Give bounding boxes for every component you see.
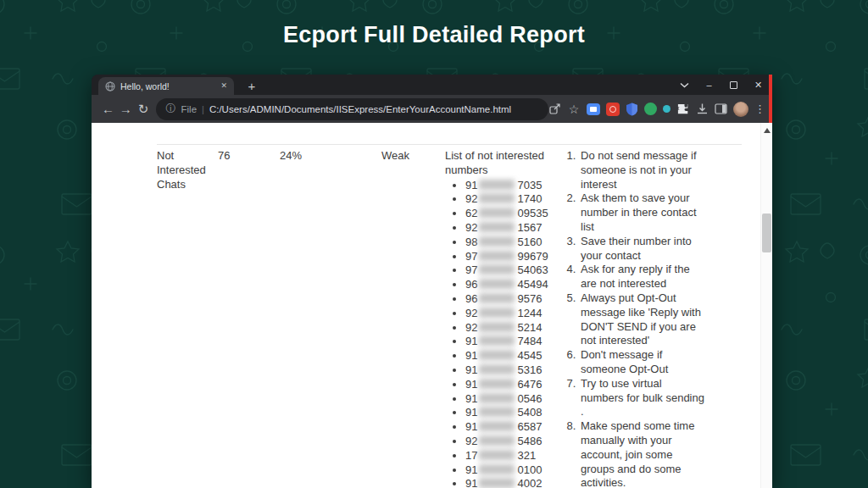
- suggestions-list: Do not send message if someone is not in…: [565, 149, 705, 488]
- phone-prefix: 97: [465, 250, 477, 263]
- bookmark-star-icon[interactable]: ☆: [567, 103, 581, 115]
- phone-suffix: 0546: [517, 392, 542, 405]
- phone-number-item: 921244: [465, 307, 555, 321]
- redacted-digits: [479, 322, 515, 332]
- redacted-digits: [479, 421, 515, 431]
- phone-number-item: 916476: [465, 378, 555, 392]
- extension-red-glyph: [609, 106, 616, 113]
- phone-suffix: 5214: [517, 321, 542, 334]
- phone-number-item: 9645494: [465, 278, 555, 292]
- globe-icon: [105, 81, 115, 92]
- forward-icon[interactable]: →: [117, 103, 135, 115]
- redacted-digits: [479, 208, 515, 218]
- suggestions-cell: Do not send message if someone is not in…: [565, 149, 705, 488]
- phone-prefix: 98: [465, 236, 477, 248]
- phone-number-item: 910100: [465, 463, 555, 478]
- extension-red-icon[interactable]: [606, 103, 620, 116]
- phone-suffix: 5160: [517, 236, 542, 248]
- phone-number-item: 925214: [465, 321, 555, 336]
- phone-suffix: 45494: [517, 278, 548, 291]
- chevron-down-icon[interactable]: [672, 75, 697, 95]
- profile-avatar[interactable]: [733, 102, 748, 117]
- page-scrollbar[interactable]: [760, 123, 772, 488]
- tab-close-icon[interactable]: ✕: [220, 82, 227, 90]
- phone-suffix: 6476: [517, 378, 542, 391]
- redacted-digits: [479, 236, 515, 247]
- phone-number-item: 925486: [465, 435, 555, 449]
- phone-prefix: 91: [465, 378, 477, 391]
- phone-prefix: 17: [465, 449, 477, 462]
- table-row-divider: [157, 144, 742, 145]
- phone-suffix: 0100: [517, 463, 542, 476]
- phone-suffix: 99679: [517, 250, 548, 263]
- scrollbar-up-icon[interactable]: [764, 128, 771, 133]
- redacted-digits: [479, 464, 515, 474]
- redacted-digits: [479, 336, 515, 346]
- phone-suffix: 9576: [517, 292, 542, 305]
- phone-suffix: 4545: [517, 349, 542, 362]
- back-icon[interactable]: ←: [99, 103, 117, 115]
- phone-prefix: 91: [465, 406, 477, 419]
- extension-blue-glyph: [590, 107, 597, 112]
- extensions-puzzle-icon[interactable]: [676, 103, 690, 116]
- window-controls: – ✕: [672, 75, 771, 95]
- phone-number-item: 921567: [465, 221, 555, 236]
- tab-strip: Hello, world! ✕ + – ✕: [92, 75, 772, 95]
- redacted-digits: [479, 450, 515, 460]
- browser-window: Hello, world! ✕ + – ✕ ← → ↻ ⓘ File |: [92, 75, 772, 488]
- page-title: Ecport Full Detailed Report: [0, 22, 868, 48]
- suggestion-item: Ask them to save your number in there co…: [579, 191, 705, 234]
- address-scheme-label: File: [181, 104, 198, 114]
- phone-number-item: 914545: [465, 349, 555, 363]
- downloads-icon[interactable]: [696, 103, 709, 115]
- phone-number-item: 985160: [465, 236, 555, 250]
- phone-prefix: 91: [465, 463, 477, 476]
- numbers-list-title: List of not interested numbers: [445, 149, 555, 178]
- browser-menu-icon[interactable]: ⋮: [754, 103, 765, 115]
- side-panel-icon[interactable]: [715, 103, 727, 114]
- browser-tab[interactable]: Hello, world! ✕: [98, 77, 234, 95]
- redacted-digits: [479, 435, 515, 446]
- phone-prefix: 62: [465, 207, 477, 219]
- extension-shield-icon[interactable]: [626, 103, 638, 116]
- phone-suffix: 5486: [517, 435, 542, 447]
- close-window-button[interactable]: ✕: [746, 75, 771, 95]
- reload-icon[interactable]: ↻: [135, 103, 153, 115]
- new-tab-button[interactable]: +: [242, 77, 261, 95]
- redacted-digits: [479, 308, 515, 318]
- suggestion-item: Make spend some time manually with your …: [579, 419, 705, 488]
- redacted-digits: [479, 364, 515, 374]
- phone-prefix: 97: [465, 263, 477, 276]
- phone-prefix: 91: [465, 420, 477, 433]
- redacted-digits: [479, 251, 515, 261]
- phone-prefix: 92: [465, 307, 477, 319]
- phone-prefix: 96: [465, 278, 477, 291]
- redacted-digits: [479, 379, 515, 389]
- maximize-button[interactable]: [721, 75, 746, 95]
- suggestion-item: Try to use virtual numbers for bulk send…: [579, 377, 705, 419]
- info-icon[interactable]: ⓘ: [166, 102, 176, 116]
- extension-teal-icon[interactable]: [663, 105, 670, 113]
- phone-number-item: 9799679: [465, 250, 555, 264]
- phone-prefix: 91: [465, 349, 477, 362]
- phone-suffix: 1740: [517, 192, 542, 205]
- address-url: C:/Users/ADMIN/Documents/IISExpress/Ente…: [209, 104, 511, 114]
- extension-blue-icon[interactable]: [587, 103, 600, 115]
- redacted-digits: [479, 350, 515, 360]
- phone-prefix: 92: [465, 221, 477, 234]
- phone-prefix: 91: [465, 392, 477, 405]
- recording-edge-indicator: [769, 75, 772, 123]
- share-icon[interactable]: [548, 103, 561, 115]
- suggestion-item: Ask for any reply if the are not interes…: [579, 263, 705, 291]
- extension-green-icon[interactable]: [644, 103, 657, 115]
- redacted-digits: [479, 393, 515, 403]
- address-bar[interactable]: ⓘ File | C:/Users/ADMIN/Documents/IISExp…: [156, 98, 548, 120]
- metric-count-cell: 76: [218, 149, 230, 164]
- minimize-button[interactable]: –: [697, 75, 721, 95]
- phone-suffix: 1244: [517, 307, 542, 319]
- scrollbar-thumb[interactable]: [762, 214, 771, 252]
- phone-prefix: 92: [465, 435, 477, 447]
- phone-prefix: 91: [465, 363, 477, 376]
- report-page: Not Interested Chats 76 24% Weak List of…: [92, 123, 772, 488]
- suggestion-item: Always put Opt-Out message like 'Reply w…: [579, 291, 705, 348]
